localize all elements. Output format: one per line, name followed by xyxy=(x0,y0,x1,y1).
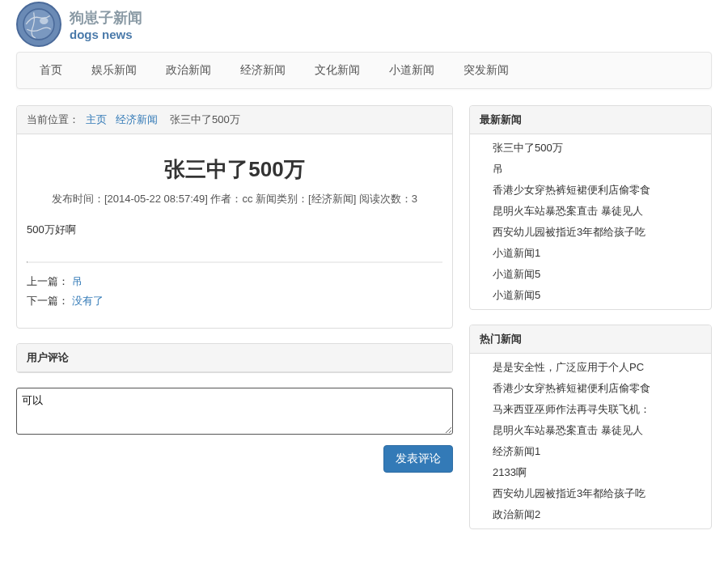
nav-item-economy[interactable]: 经济新闻 xyxy=(226,53,300,88)
submit-comment-button[interactable]: 发表评论 xyxy=(383,445,453,473)
nav-item-entertainment[interactable]: 娱乐新闻 xyxy=(77,53,151,88)
site-title-en: dogs news xyxy=(70,28,142,41)
site-title-cn: 狗崽子新闻 xyxy=(70,8,142,28)
breadcrumb: 当前位置： 主页 经济新闻 张三中了500万 xyxy=(17,106,452,134)
main-nav: 首页 娱乐新闻 政治新闻 经济新闻 文化新闻 小道新闻 突发新闻 xyxy=(16,52,712,89)
next-label: 下一篇： xyxy=(27,295,69,307)
nav-item-home[interactable]: 首页 xyxy=(25,53,77,88)
list-item[interactable]: 香港少女穿热裤短裙便利店偷零食 xyxy=(493,184,650,196)
list-item[interactable]: 昆明火车站暴恐案直击 暴徒见人 xyxy=(493,424,643,436)
list-item[interactable]: 是是安全性，广泛应用于个人PC xyxy=(493,361,644,373)
list-item[interactable]: 2133啊 xyxy=(493,466,527,478)
latest-news-panel: 最新新闻 张三中了500万 吊 香港少女穿热裤短裙便利店偷零食 昆明火车站暴恐案… xyxy=(469,105,712,310)
site-header: 狗崽子新闻 dogs news xyxy=(16,0,712,52)
breadcrumb-home[interactable]: 主页 xyxy=(86,113,107,125)
site-title-block: 狗崽子新闻 dogs news xyxy=(70,8,142,41)
nav-item-culture[interactable]: 文化新闻 xyxy=(300,53,375,88)
site-logo xyxy=(16,2,61,47)
comment-input[interactable] xyxy=(16,388,453,435)
latest-news-list: 张三中了500万 吊 香港少女穿热裤短裙便利店偷零食 昆明火车站暴恐案直击 暴徒… xyxy=(470,134,711,309)
list-item[interactable]: 政治新闻2 xyxy=(493,508,540,520)
list-item[interactable]: 西安幼儿园被指近3年都给孩子吃 xyxy=(493,226,645,238)
next-link[interactable]: 没有了 xyxy=(72,295,104,307)
latest-news-heading: 最新新闻 xyxy=(470,106,711,134)
svg-point-0 xyxy=(23,9,54,40)
footer-copyright: Copyright © 2020 狗崽子新闻 xyxy=(16,544,712,573)
hot-news-heading: 热门新闻 xyxy=(470,325,711,354)
nav-item-gossip[interactable]: 小道新闻 xyxy=(375,53,449,88)
hot-news-panel: 热门新闻 是是安全性，广泛应用于个人PC 香港少女穿热裤短裙便利店偷零食 马来西… xyxy=(469,325,712,529)
nav-item-breaking[interactable]: 突发新闻 xyxy=(449,53,523,88)
list-item[interactable]: 香港少女穿热裤短裙便利店偷零食 xyxy=(493,382,650,394)
prev-label: 上一篇： xyxy=(27,275,69,287)
article-panel: 当前位置： 主页 经济新闻 张三中了500万 张三中了500万 发布时间：[20… xyxy=(16,105,453,329)
list-item[interactable]: 西安幼儿园被指近3年都给孩子吃 xyxy=(493,487,645,499)
nav-item-politics[interactable]: 政治新闻 xyxy=(151,53,226,88)
list-item[interactable]: 张三中了500万 xyxy=(493,142,563,154)
comments-heading-panel: 用户评论 xyxy=(16,343,453,373)
list-item[interactable]: 小道新闻5 xyxy=(493,289,540,301)
prev-link[interactable]: 吊 xyxy=(72,275,83,287)
comment-form: 发表评论 xyxy=(16,388,453,473)
breadcrumb-category[interactable]: 经济新闻 xyxy=(116,113,158,125)
list-item[interactable]: 昆明火车站暴恐案直击 暴徒见人 xyxy=(493,205,643,217)
comments-heading: 用户评论 xyxy=(17,344,452,372)
article-nav: 上一篇： 吊 下一篇： 没有了 xyxy=(27,263,442,318)
list-item[interactable]: 吊 xyxy=(493,163,503,175)
hot-news-list: 是是安全性，广泛应用于个人PC 香港少女穿热裤短裙便利店偷零食 马来西亚巫师作法… xyxy=(470,354,711,528)
list-item[interactable]: 经济新闻1 xyxy=(493,445,540,457)
list-item[interactable]: 小道新闻1 xyxy=(493,247,540,259)
breadcrumb-label: 当前位置： xyxy=(27,113,79,125)
svg-point-1 xyxy=(40,18,49,24)
list-item[interactable]: 小道新闻5 xyxy=(493,268,540,280)
article-title: 张三中了500万 xyxy=(27,144,442,192)
breadcrumb-current: 张三中了500万 xyxy=(170,113,240,125)
article-meta: 发布时间：[2014-05-22 08:57:49] 作者：cc 新闻类别：[经… xyxy=(27,192,442,219)
list-item[interactable]: 马来西亚巫师作法再寻失联飞机： xyxy=(493,403,650,415)
article-body: 500万好啊 xyxy=(27,219,442,261)
